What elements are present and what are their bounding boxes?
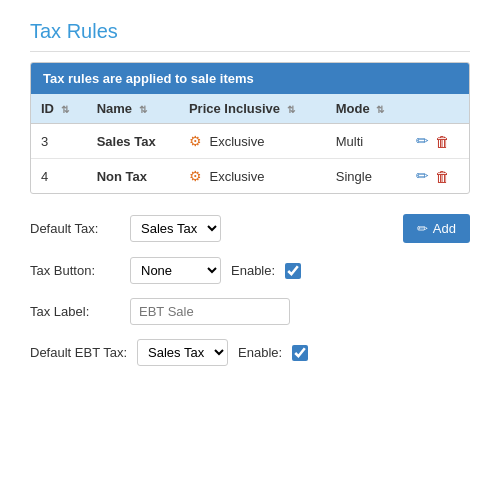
cell-mode-2: Single [326, 159, 406, 194]
default-tax-select[interactable]: Sales Tax None [130, 215, 221, 242]
action-icons-1: ✏ 🗑 [416, 132, 459, 150]
gear-icon-1: ⚙ [189, 133, 202, 149]
tax-rules-table-wrapper: Tax rules are applied to sale items ID ⇅… [30, 62, 470, 194]
default-tax-row: Default Tax: Sales Tax None ✏ Add [30, 214, 470, 243]
edit-button-2[interactable]: ✏ [416, 167, 429, 185]
default-ebt-tax-row: Default EBT Tax: Sales Tax None Enable: [30, 339, 470, 366]
table-header-row: ID ⇅ Name ⇅ Price Inclusive ⇅ Mode ⇅ [31, 94, 469, 124]
tax-button-select[interactable]: None Sales Tax [130, 257, 221, 284]
sort-icon-name[interactable]: ⇅ [139, 104, 147, 115]
default-ebt-select[interactable]: Sales Tax None [137, 339, 228, 366]
gear-icon-2: ⚙ [189, 168, 202, 184]
default-tax-label: Default Tax: [30, 221, 120, 236]
enable-label-1: Enable: [231, 263, 275, 278]
col-mode: Mode ⇅ [326, 94, 406, 124]
sort-icon-mode[interactable]: ⇅ [376, 104, 384, 115]
table-row: 3 Sales Tax ⚙ Exclusive Multi ✏ 🗑 [31, 124, 469, 159]
tax-button-label: Tax Button: [30, 263, 120, 278]
delete-button-1[interactable]: 🗑 [435, 133, 450, 150]
delete-button-2[interactable]: 🗑 [435, 168, 450, 185]
cell-mode-1: Multi [326, 124, 406, 159]
tax-rules-table: ID ⇅ Name ⇅ Price Inclusive ⇅ Mode ⇅ [31, 94, 469, 193]
cell-name-2: Non Tax [87, 159, 179, 194]
action-icons-2: ✏ 🗑 [416, 167, 459, 185]
table-row: 4 Non Tax ⚙ Exclusive Single ✏ 🗑 [31, 159, 469, 194]
col-actions [406, 94, 469, 124]
tax-button-row: Tax Button: None Sales Tax Enable: [30, 257, 470, 284]
cell-id-1: 3 [31, 124, 87, 159]
ebt-enable-checkbox[interactable] [292, 345, 308, 361]
sort-icon-price[interactable]: ⇅ [287, 104, 295, 115]
cell-name-1: Sales Tax [87, 124, 179, 159]
form-section: Default Tax: Sales Tax None ✏ Add Tax Bu… [30, 214, 470, 366]
cell-actions-2: ✏ 🗑 [406, 159, 469, 194]
sort-icon-id[interactable]: ⇅ [61, 104, 69, 115]
edit-button-1[interactable]: ✏ [416, 132, 429, 150]
cell-actions-1: ✏ 🗑 [406, 124, 469, 159]
tax-label-label: Tax Label: [30, 304, 120, 319]
add-button[interactable]: ✏ Add [403, 214, 470, 243]
col-id: ID ⇅ [31, 94, 87, 124]
default-ebt-label: Default EBT Tax: [30, 345, 127, 360]
tax-label-input[interactable] [130, 298, 290, 325]
cell-price-1: ⚙ Exclusive [179, 124, 326, 159]
page-title: Tax Rules [30, 20, 470, 52]
tax-label-row: Tax Label: [30, 298, 470, 325]
pencil-icon: ✏ [417, 221, 428, 236]
col-price-inclusive: Price Inclusive ⇅ [179, 94, 326, 124]
cell-id-2: 4 [31, 159, 87, 194]
col-name: Name ⇅ [87, 94, 179, 124]
ebt-enable-label: Enable: [238, 345, 282, 360]
enable-checkbox-1[interactable] [285, 263, 301, 279]
table-header-bar: Tax rules are applied to sale items [31, 63, 469, 94]
cell-price-2: ⚙ Exclusive [179, 159, 326, 194]
